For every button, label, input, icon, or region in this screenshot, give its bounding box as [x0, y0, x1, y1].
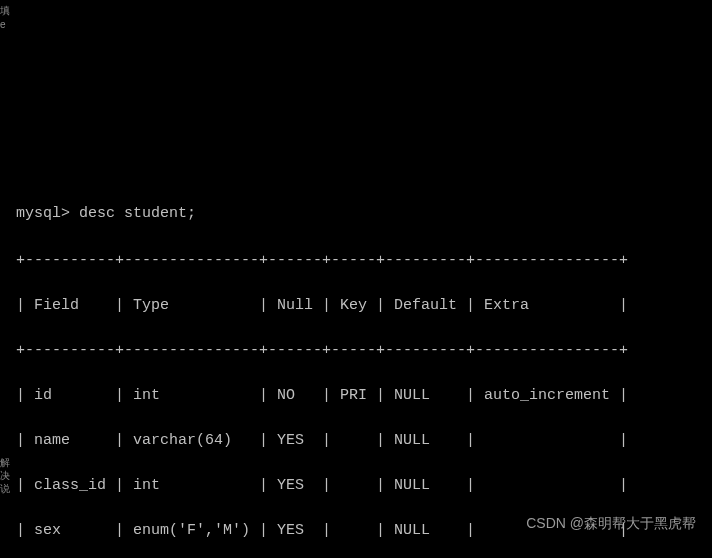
terminal-output: mysql> desc student; +----------+-------…	[0, 180, 712, 558]
left-tab-2: e	[0, 18, 14, 31]
desc-border-top: +----------+---------------+------+-----…	[16, 250, 696, 273]
desc-row: | name | varchar(64) | YES | | NULL | |	[16, 430, 696, 453]
desc-row: | id | int | NO | PRI | NULL | auto_incr…	[16, 385, 696, 408]
left-edge-tabs: 填 e	[0, 4, 14, 32]
left-tab-1: 填	[0, 4, 14, 17]
desc-command: mysql> desc student;	[16, 203, 696, 226]
watermark-text: CSDN @森明帮大于黑虎帮	[526, 513, 696, 534]
desc-border-mid: +----------+---------------+------+-----…	[16, 340, 696, 363]
desc-row: | class_id | int | YES | | NULL | |	[16, 475, 696, 498]
desc-header-row: | Field | Type | Null | Key | Default | …	[16, 295, 696, 318]
